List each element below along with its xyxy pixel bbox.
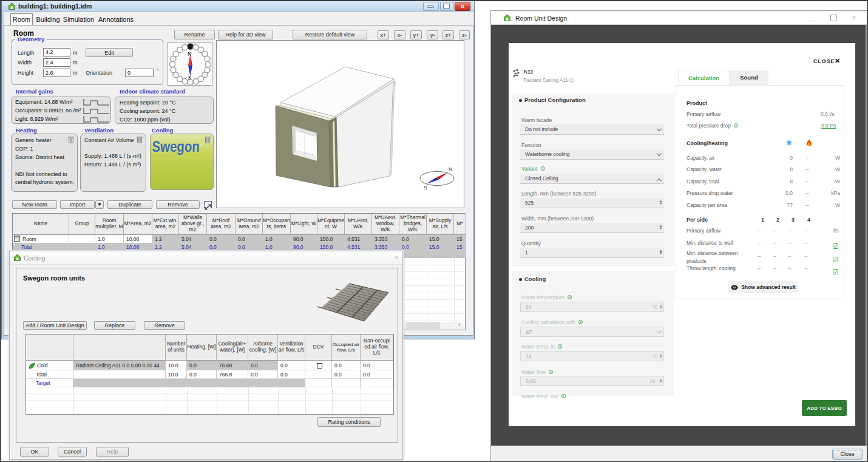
svg-text:S: S [424, 185, 427, 191]
svg-text:N: N [449, 166, 452, 172]
svg-text:N: N [188, 51, 192, 57]
svg-text:S: S [188, 75, 191, 81]
